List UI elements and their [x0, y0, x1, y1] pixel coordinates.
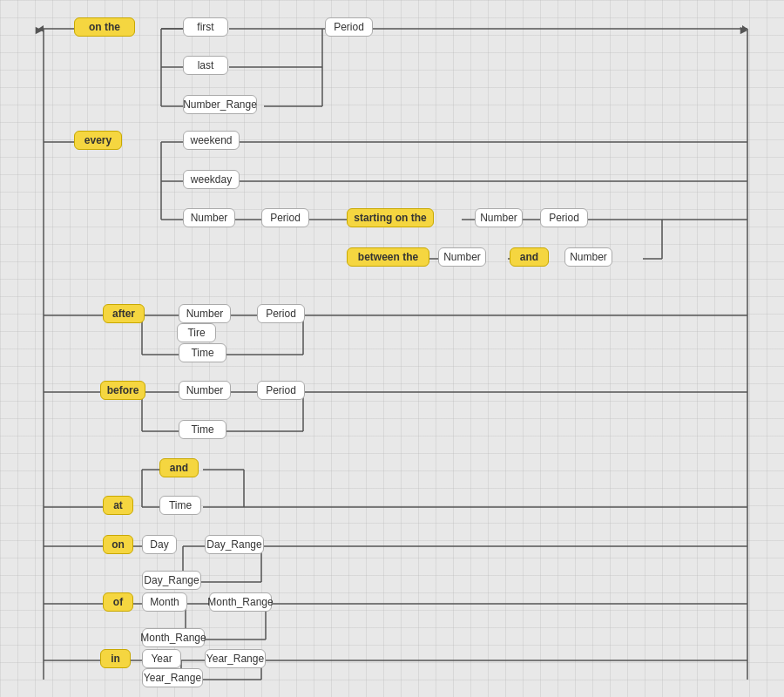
token-number2[interactable]: Number	[475, 208, 523, 227]
token-time3[interactable]: Time	[159, 496, 201, 515]
token-year[interactable]: Year	[142, 649, 181, 668]
token-time1[interactable]: Time	[179, 343, 226, 362]
token-year-range-alt[interactable]: Year_Range	[142, 668, 203, 687]
token-day[interactable]: Day	[142, 535, 177, 554]
token-number3[interactable]: Number	[438, 247, 486, 267]
token-period5[interactable]: Period	[257, 381, 305, 400]
token-and1[interactable]: and	[510, 247, 549, 267]
start-arrow: ►	[33, 23, 45, 37]
token-in[interactable]: in	[100, 649, 131, 668]
token-between-the[interactable]: between the	[347, 247, 429, 267]
token-day-range[interactable]: Day_Range	[205, 535, 264, 554]
token-month-range[interactable]: Month_Range	[209, 592, 272, 612]
token-number5[interactable]: Number	[179, 304, 231, 323]
token-of[interactable]: of	[103, 592, 133, 612]
token-month[interactable]: Month	[142, 592, 187, 612]
token-after[interactable]: after	[103, 304, 145, 323]
token-on[interactable]: on	[103, 535, 133, 554]
railroad-diagram: ► ► on the first last Number_Range Perio…	[0, 0, 784, 697]
token-period4[interactable]: Period	[257, 304, 305, 323]
token-period1[interactable]: Period	[325, 17, 373, 37]
token-number1[interactable]: Number	[183, 208, 235, 227]
token-time2[interactable]: Time	[179, 420, 226, 439]
token-last[interactable]: last	[183, 56, 228, 75]
token-year-range[interactable]: Year_Range	[205, 649, 266, 668]
end-arrow: ►	[738, 23, 750, 37]
token-period3[interactable]: Period	[540, 208, 588, 227]
token-first[interactable]: first	[183, 17, 228, 37]
token-every[interactable]: every	[74, 131, 122, 150]
token-number-range[interactable]: Number_Range	[183, 95, 257, 114]
token-weekend[interactable]: weekend	[183, 131, 240, 150]
token-before[interactable]: before	[100, 381, 145, 400]
token-day-range-alt[interactable]: Day_Range	[142, 571, 201, 590]
token-number4[interactable]: Number	[564, 247, 612, 267]
token-month-range-alt[interactable]: Month_Range	[142, 628, 205, 647]
token-weekday[interactable]: weekday	[183, 170, 240, 189]
token-on-the[interactable]: on the	[74, 17, 135, 37]
token-starting-on-the[interactable]: starting on the	[347, 208, 434, 227]
token-period2[interactable]: Period	[261, 208, 309, 227]
token-number6[interactable]: Number	[179, 381, 231, 400]
token-at[interactable]: at	[103, 496, 133, 515]
token-and2[interactable]: and	[159, 458, 199, 477]
token-tire[interactable]: Tire	[177, 323, 216, 342]
